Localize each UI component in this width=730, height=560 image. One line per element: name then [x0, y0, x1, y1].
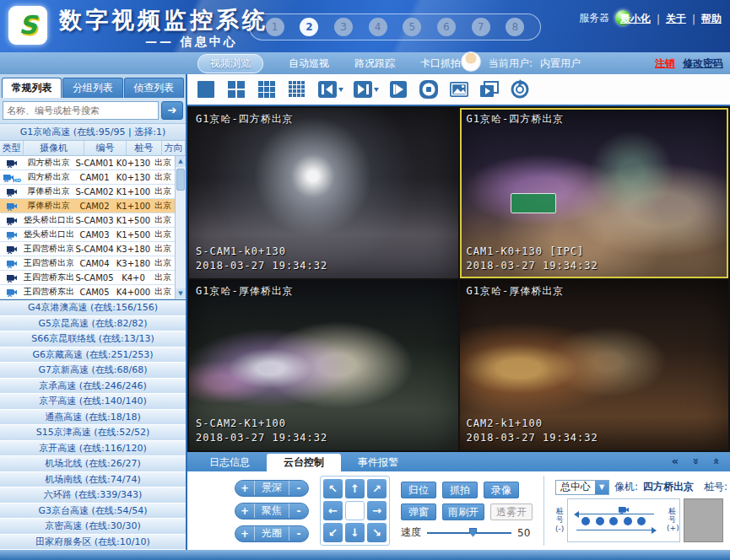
expanded-group-header[interactable]: G1京哈高速 (在线:95/95 | 选择:1)	[0, 124, 186, 141]
change-password-link[interactable]: 修改密码	[683, 57, 723, 71]
speed-slider-thumb[interactable]	[469, 528, 477, 537]
group-row[interactable]: S15京津高速 (在线:52/52)	[0, 425, 186, 441]
zoom-minus-button[interactable]: -	[289, 482, 308, 494]
search-input[interactable]	[3, 101, 159, 120]
arrow-left-icon[interactable]: ←	[323, 501, 343, 520]
table-row[interactable]: 王四营桥东出京 CAM05 K4+000 出京	[0, 285, 175, 299]
screen-button-7[interactable]: 7	[472, 18, 490, 36]
tab-checkpoint-capture[interactable]: 卡口抓拍	[420, 57, 461, 71]
video-tile-3[interactable]: G1京哈-厚俸桥出京 S-CAM2-K1+100 2018-03-27 19:3…	[189, 280, 458, 450]
group-row[interactable]: 京承高速 (在线:246/246)	[0, 379, 186, 395]
screen-button-8[interactable]: 8	[506, 18, 524, 36]
stake-dot[interactable]	[637, 517, 646, 525]
wiper-on-button[interactable]: 雨刷开	[442, 503, 484, 520]
arrow-right-icon[interactable]: →	[367, 501, 387, 520]
sixteen-view-icon[interactable]	[286, 78, 308, 100]
focus-control[interactable]: + 聚焦 -	[235, 503, 309, 520]
group-row[interactable]: 六环路 (在线:339/343)	[0, 487, 186, 503]
screen-button-1[interactable]: 1	[266, 18, 284, 36]
snapshot-icon[interactable]	[448, 78, 470, 100]
nine-view-icon[interactable]	[256, 78, 278, 100]
arrow-up-right-icon[interactable]: ↗	[367, 479, 387, 498]
next-group-icon[interactable]	[352, 78, 379, 100]
tab-group-list[interactable]: 分组列表	[62, 78, 122, 98]
iris-minus-button[interactable]: -	[289, 528, 308, 540]
table-row[interactable]: 垡头桥出口出京 S-CAM03 K1+500 出京	[0, 213, 175, 228]
focus-minus-button[interactable]: -	[289, 505, 308, 517]
focus-plus-button[interactable]: +	[235, 505, 254, 517]
screen-button-3[interactable]: 3	[334, 18, 353, 36]
stop-icon[interactable]	[418, 78, 440, 100]
group-row[interactable]: G3京台高速 (在线:54/54)	[0, 503, 186, 520]
tab-road-tracking[interactable]: 路况跟踪	[354, 57, 395, 71]
zoom-control[interactable]: + 景深 -	[235, 480, 309, 497]
table-row[interactable]: 厚俸桥出京 S-CAM02 K1+100 出京	[0, 185, 175, 199]
table-row[interactable]: 王四营桥东出京 S-CAM05 K4+0 出京	[0, 271, 175, 285]
playback-icon[interactable]	[479, 78, 500, 100]
collapse-up-icon[interactable]: «	[709, 458, 724, 465]
arrow-down-icon[interactable]: ↓	[345, 523, 365, 542]
arrow-up-icon[interactable]: ↑	[345, 479, 365, 498]
tab-log-info[interactable]: 日志信息	[192, 454, 267, 471]
stake-dot[interactable]	[609, 517, 618, 525]
single-view-icon[interactable]	[195, 78, 217, 100]
scroll-up-icon[interactable]: ▲	[176, 156, 186, 167]
screen-button-2[interactable]: 2	[300, 18, 318, 36]
popup-button[interactable]: 弹窗	[401, 503, 436, 520]
speed-slider[interactable]	[427, 532, 511, 534]
tab-auto-patrol[interactable]: 自动巡视	[289, 57, 329, 71]
screen-button-6[interactable]: 6	[437, 18, 456, 36]
video-tile-1[interactable]: G1京哈-四方桥出京 S-CAM1-k0+130 2018-03-27 19:3…	[189, 108, 458, 278]
table-row[interactable]: 垡头桥出口出京 CAM03 K1+500 出京	[0, 228, 175, 242]
help-link[interactable]: 帮助	[701, 12, 722, 26]
group-row[interactable]: G7京新高速 (在线:68/68)	[0, 363, 186, 379]
zoom-plus-button[interactable]: +	[235, 482, 254, 494]
popout-icon[interactable]	[387, 78, 409, 100]
screen-button-5[interactable]: 5	[403, 18, 421, 36]
video-tile-2-selected[interactable]: G1京哈-四方桥出京 CAM1-K0+130 [IPC] 2018-03-27 …	[460, 108, 729, 278]
tab-investigate-list[interactable]: 侦查列表	[124, 78, 184, 98]
center-dropdown[interactable]: 总中心 ▼	[555, 480, 609, 495]
stake-dot[interactable]	[581, 517, 590, 525]
group-row[interactable]: 京平高速 (在线:140/140)	[0, 394, 186, 410]
tab-regular-list[interactable]: 常规列表	[2, 78, 62, 98]
stake-dot[interactable]	[624, 517, 632, 525]
table-row[interactable]: 王四营桥出京 S-CAM04 K3+180 出京	[0, 242, 175, 256]
about-link[interactable]: 关于	[666, 12, 686, 26]
refresh-icon[interactable]	[509, 78, 531, 100]
group-row[interactable]: G4京港澳高速 (在线:156/156)	[0, 300, 186, 316]
snapshot-button[interactable]: 抓拍	[442, 482, 478, 498]
table-row[interactable]: 四方桥出京 S-CAM01 K0+130 出京	[0, 156, 175, 170]
group-row[interactable]: G6京藏高速 (在线:251/253)	[0, 347, 186, 363]
home-button[interactable]: 归位	[401, 482, 436, 498]
group-row[interactable]: 机场南线 (在线:74/74)	[0, 472, 186, 488]
tab-event-alarm[interactable]: 事件报警	[341, 454, 415, 471]
table-row[interactable]: HD 四方桥出京 CAM01 K0+130 出京	[0, 170, 175, 185]
group-row[interactable]: G5京昆高速 (在线:82/82)	[0, 316, 186, 332]
scroll-thumb[interactable]	[176, 169, 185, 191]
iris-control[interactable]: + 光圈 -	[235, 525, 309, 542]
tab-ptz-control[interactable]: 云台控制	[267, 454, 341, 471]
group-row[interactable]: 京密高速 (在线:30/30)	[0, 519, 186, 535]
table-row[interactable]: 王四营桥出京 CAM04 K3+180 出京	[0, 256, 175, 271]
collapse-left-icon[interactable]: «	[672, 454, 679, 469]
quad-view-icon[interactable]	[225, 78, 247, 100]
arrow-down-right-icon[interactable]: ↘	[367, 523, 387, 542]
group-row[interactable]: 京开高速 (在线:116/120)	[0, 441, 186, 457]
tab-video-browse[interactable]: 视频浏览	[197, 54, 263, 73]
scroll-down-icon[interactable]: ▼	[176, 288, 186, 299]
logout-link[interactable]: 注销	[655, 57, 675, 71]
stake-dot[interactable]	[596, 517, 604, 525]
chevron-down-icon[interactable]: ▼	[595, 481, 608, 494]
iris-plus-button[interactable]: +	[235, 528, 254, 540]
group-row[interactable]: 通燕高速 (在线:18/18)	[0, 410, 186, 426]
screen-button-4[interactable]: 4	[369, 18, 387, 36]
group-row[interactable]: 田家府服务区 (在线:10/10)	[0, 535, 186, 551]
group-row[interactable]: 机场北线 (在线:26/27)	[0, 456, 186, 472]
video-tile-4[interactable]: G1京哈-厚俸桥出京 CAM2-k1+100 2018-03-27 19:34:…	[460, 280, 729, 450]
table-row-selected[interactable]: 厚俸桥出京 CAM02 K1+100 出京	[0, 199, 175, 213]
arrow-down-left-icon[interactable]: ↙	[323, 523, 343, 542]
group-row[interactable]: S66京昆联络线 (在线:13/13)	[0, 331, 186, 347]
table-scrollbar[interactable]: ▲ ▼	[175, 156, 186, 299]
prev-group-icon[interactable]	[316, 78, 343, 100]
